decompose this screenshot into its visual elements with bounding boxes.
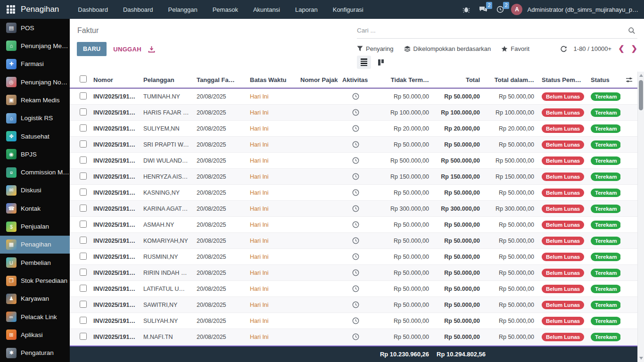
activity-clock-icon[interactable] bbox=[352, 109, 359, 115]
table-row[interactable]: INV/2025/19142 DWI WULANDA… 20/08/2025 H… bbox=[70, 153, 637, 169]
breadcrumb[interactable]: Faktur bbox=[77, 26, 99, 35]
refresh-icon[interactable] bbox=[560, 45, 567, 52]
sidebar-item-stok-persediaan[interactable]: ❒ Stok Persediaan bbox=[0, 272, 70, 289]
column-header-nomor[interactable]: Nomor bbox=[90, 76, 140, 83]
row-checkbox[interactable] bbox=[80, 92, 87, 99]
sidebar-item-penunjang-me[interactable]: ⌂ Penunjang Me… bbox=[0, 37, 70, 55]
scroll-down-icon[interactable] bbox=[639, 357, 643, 360]
vertical-scrollbar[interactable] bbox=[637, 72, 644, 362]
scroll-up-icon[interactable] bbox=[639, 74, 643, 77]
sidebar-item-farmasi[interactable]: ✚ Farmasi bbox=[0, 55, 70, 73]
table-row[interactable]: INV/2025/19140 KASNING,NY 20/08/2025 Har… bbox=[70, 185, 637, 201]
list-view-button[interactable] bbox=[357, 56, 371, 69]
column-header-tidak-terbayar[interactable]: Tidak Term… bbox=[372, 76, 433, 83]
sidebar-item-bpjs[interactable]: ◉ BPJS bbox=[0, 145, 70, 163]
user-avatar[interactable]: A bbox=[511, 4, 522, 15]
top-menu-item-1[interactable]: Dashboard bbox=[116, 3, 160, 16]
top-menu-item-5[interactable]: Laporan bbox=[289, 3, 324, 16]
row-checkbox[interactable] bbox=[80, 237, 87, 244]
row-checkbox[interactable] bbox=[80, 301, 87, 308]
sidebar-item-logistik-rs[interactable]: ⌂ Logistik RS bbox=[0, 109, 70, 127]
sidebar-item-penagihan[interactable]: ▦ Penagihan bbox=[0, 236, 70, 254]
sidebar-item-pembelian[interactable]: ⊔ Pembelian bbox=[0, 254, 70, 272]
row-checkbox[interactable] bbox=[80, 333, 87, 340]
row-checkbox[interactable] bbox=[80, 173, 87, 180]
sidebar-item-kontak[interactable]: ☎ Kontak bbox=[0, 199, 70, 217]
search-icon[interactable] bbox=[628, 27, 636, 34]
row-checkbox[interactable] bbox=[80, 317, 87, 324]
top-menu-item-0[interactable]: Dashboard bbox=[71, 3, 115, 16]
activity-clock-icon[interactable] bbox=[352, 269, 359, 276]
sidebar-item-pelacak-link[interactable]: ∞ Pelacak Link bbox=[0, 308, 70, 326]
activity-clock-icon[interactable] bbox=[352, 317, 359, 324]
apps-menu-icon[interactable] bbox=[7, 5, 15, 14]
row-checkbox[interactable] bbox=[80, 124, 87, 132]
table-row[interactable]: INV/2025/19146 TUMINAH.NY 20/08/2025 Har… bbox=[70, 89, 637, 105]
table-row[interactable]: INV/2025/19145 HARIS FAJAR W… 20/08/2025… bbox=[70, 105, 637, 121]
sidebar-item-diskusi[interactable]: ✉ Diskusi bbox=[0, 181, 70, 199]
table-row[interactable]: INV/2025/19134 LATIFATUL UM… 20/08/2025 … bbox=[70, 281, 637, 297]
row-checkbox[interactable] bbox=[80, 253, 87, 260]
group-by-menu[interactable]: Dikelompokkan berdasarkan bbox=[404, 45, 491, 52]
table-row[interactable]: INV/2025/19137 KOMARIYAH,NY 20/08/2025 H… bbox=[70, 233, 637, 249]
sidebar-item-penunjang-no[interactable]: ◎ Penunjang No… bbox=[0, 73, 70, 91]
column-header-status-pembayaran[interactable]: Status Pem… bbox=[538, 76, 587, 83]
column-header-pelanggan[interactable]: Pelanggan bbox=[140, 76, 193, 83]
activity-clock-icon[interactable] bbox=[352, 205, 359, 212]
row-checkbox[interactable] bbox=[80, 221, 87, 228]
column-header-total-dalam[interactable]: Total dalam… bbox=[484, 76, 538, 83]
column-header-batas-waktu[interactable]: Batas Waktu bbox=[246, 76, 297, 83]
kanban-view-button[interactable] bbox=[374, 56, 388, 69]
activity-clock-icon[interactable] bbox=[352, 301, 359, 308]
activity-clock-icon[interactable] bbox=[352, 333, 359, 340]
row-checkbox[interactable] bbox=[80, 140, 87, 148]
sidebar-item-pos[interactable]: ▤ POS bbox=[0, 19, 70, 37]
activities-clock-icon[interactable]: 2 bbox=[494, 3, 506, 16]
pager-range[interactable]: 1-80 / 10000+ bbox=[574, 45, 612, 52]
activity-clock-icon[interactable] bbox=[352, 125, 359, 132]
activity-clock-icon[interactable] bbox=[352, 285, 359, 292]
filter-menu[interactable]: Penyaring bbox=[357, 45, 394, 52]
table-row[interactable]: INV/2025/19143 SRI PRAPTI WA… 20/08/2025… bbox=[70, 137, 637, 153]
column-header-tanggal[interactable]: Tanggal Fa… bbox=[193, 76, 246, 83]
download-icon[interactable] bbox=[148, 46, 155, 53]
row-checkbox[interactable] bbox=[80, 108, 87, 115]
sidebar-item-satusehat[interactable]: ✤ Satusehat bbox=[0, 127, 70, 145]
upload-button[interactable]: UNGGAH bbox=[113, 46, 141, 53]
sidebar-item-pengaturan[interactable]: ✱ Pengaturan bbox=[0, 344, 70, 362]
optional-columns-icon[interactable] bbox=[620, 77, 637, 83]
favorites-menu[interactable]: Favorit bbox=[501, 45, 529, 52]
activity-clock-icon[interactable] bbox=[352, 221, 359, 228]
table-row[interactable]: INV/2025/19139 KARINA AGATH… 20/08/2025 … bbox=[70, 201, 637, 217]
row-checkbox[interactable] bbox=[80, 269, 87, 276]
new-button[interactable]: BARU bbox=[77, 42, 107, 56]
row-checkbox[interactable] bbox=[80, 205, 87, 212]
sidebar-item-commission-m[interactable]: ¤ Commission M… bbox=[0, 164, 70, 181]
debug-bug-icon[interactable] bbox=[460, 3, 472, 16]
row-checkbox[interactable] bbox=[80, 285, 87, 292]
activity-clock-icon[interactable] bbox=[352, 189, 359, 196]
sidebar-item-karyawan[interactable]: ♟ Karyawan bbox=[0, 290, 70, 308]
search-input[interactable] bbox=[357, 27, 628, 34]
activity-clock-icon[interactable] bbox=[352, 173, 359, 180]
pager-previous-icon[interactable]: ❮ bbox=[618, 45, 624, 52]
pager-next-icon[interactable]: ❯ bbox=[631, 45, 637, 52]
row-checkbox[interactable] bbox=[80, 189, 87, 196]
messages-icon[interactable]: 2 bbox=[477, 3, 489, 16]
user-menu[interactable]: Administrator (db_simrs_mujirahayu_p… bbox=[527, 6, 638, 13]
table-row[interactable]: INV/2025/19136 RUSMINI,NY 20/08/2025 Har… bbox=[70, 249, 637, 265]
top-menu-item-3[interactable]: Pemasok bbox=[206, 3, 245, 16]
row-checkbox[interactable] bbox=[80, 156, 87, 164]
table-row[interactable]: INV/2025/19135 RIRIN INDAH W… 20/08/2025… bbox=[70, 265, 637, 281]
app-title[interactable]: Penagihan bbox=[21, 5, 59, 14]
column-header-total[interactable]: Total bbox=[433, 76, 484, 83]
activity-clock-icon[interactable] bbox=[352, 157, 359, 164]
sidebar-item-penjualan[interactable]: $ Penjualan bbox=[0, 217, 70, 235]
table-row[interactable]: INV/2025/19141 HENRYZA AISY… 20/08/2025 … bbox=[70, 169, 637, 185]
activity-clock-icon[interactable] bbox=[352, 253, 359, 260]
sidebar-item-rekam-medis[interactable]: ▣ Rekam Medis bbox=[0, 91, 70, 109]
top-menu-item-6[interactable]: Konfigurasi bbox=[326, 3, 370, 16]
table-row[interactable]: INV/2025/19131 M.NAFI.TN 20/08/2025 Hari… bbox=[70, 329, 637, 345]
top-menu-item-2[interactable]: Pelanggan bbox=[162, 3, 204, 16]
column-header-aktivitas[interactable]: Aktivitas bbox=[339, 76, 372, 83]
